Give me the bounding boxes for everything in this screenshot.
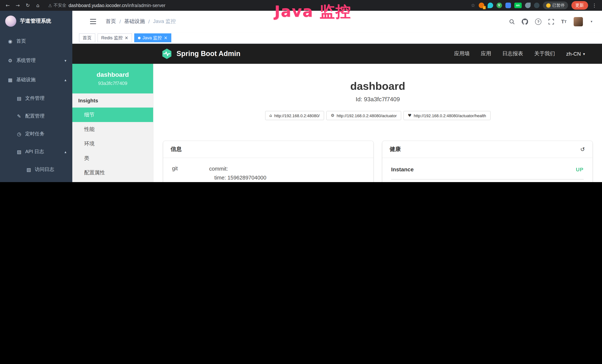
close-icon[interactable]: × [164,36,168,40]
extension-badge: 1 [483,6,485,9]
app-logo[interactable]: 芋道管理系统 [0,11,72,32]
breadcrumb-home[interactable]: 首页 [106,18,116,25]
browser-menu-icon[interactable]: ⋮ [591,3,598,8]
sba-menu-details[interactable]: 细节 [72,107,153,122]
health-url-button[interactable]: ♥ http://192.168.0.2:48080/actuator/heal… [403,111,491,120]
dashboard-icon: ◉ [7,38,13,44]
search-icon[interactable] [509,19,515,24]
sba-menu-environment[interactable]: 环境 [72,137,153,151]
close-icon[interactable]: × [125,36,128,40]
tab-home[interactable]: 首页 [79,33,95,42]
hamburger-icon[interactable] [90,19,96,24]
extension-check-icon[interactable]: V [496,3,502,8]
sidebar-item-error-log[interactable]: ▧ 错误日志 [0,178,72,182]
app-shell: 芋道管理系统 ◉ 首页 ⚙ 系统管理 ▾ ▦ 基础设施 ▴ ▤ 文件管理 ✎ [0,11,602,182]
sba-nav-about[interactable]: 关于我们 [534,50,555,57]
sba-menu-scheduled-tasks[interactable]: 计划任务 [72,180,153,182]
font-size-icon[interactable]: TT [561,19,567,24]
sidebar-item-file-management[interactable]: ▤ 文件管理 [0,89,72,107]
sba-nav-applications[interactable]: 应用 [481,50,491,57]
url-host: dashboard.yudao.iocoder.cn [69,3,127,8]
extension-on-icon[interactable]: on [514,3,522,8]
tab-java-monitor[interactable]: Java 监控 × [134,33,171,42]
app-logo-avatar [5,16,16,27]
extension-pin-icon[interactable] [487,3,493,8]
sidebar-item-api-log[interactable]: ▨ API 日志 ▴ [0,143,72,161]
heart-icon: ♥ [408,113,412,118]
url-path: /infra/admin-server [127,3,165,8]
wrench-icon: ⚙ [331,113,334,118]
sidebar-item-scheduled-tasks[interactable]: ◷ 定时任务 [0,125,72,143]
locale-label: zh-CN [566,51,581,57]
app-main: 首页 / 基础设施 / Java 监控 ? [72,11,602,182]
git-commit-line: commit: [209,165,365,173]
breadcrumb-separator: / [119,19,121,24]
extension-grid-icon[interactable] [505,3,511,8]
sidebar-item-access-log[interactable]: ▧ 访问日志 [0,161,72,178]
address-bar[interactable]: ⚠ 不安全 dashboard.yudao.iocoder.cn/infra/a… [48,3,468,8]
breadcrumb-current: Java 监控 [153,18,176,25]
sba-body: dashboard 93a3fc7f7409 Insights 细节 性能 环境… [72,64,602,182]
browser-update-button[interactable]: 更新 [571,1,588,10]
browser-back-icon[interactable]: ← [4,3,11,8]
sba-nav-journal[interactable]: 日志报表 [502,50,523,57]
sba-brand[interactable]: Spring Boot Admin [161,48,240,59]
browser-reload-icon[interactable]: ↻ [24,3,31,8]
sidebar-item-home[interactable]: ◉ 首页 [0,32,72,51]
breadcrumb: 首页 / 基础设施 / Java 监控 [106,18,176,25]
extension-fox-icon[interactable]: 1 [479,3,484,8]
sidebar-item-infrastructure[interactable]: ▦ 基础设施 ▴ [0,70,72,89]
history-icon[interactable]: ↺ [580,146,585,153]
bookmark-star-icon[interactable]: ☆ [471,3,475,8]
sba-sidebar: dashboard 93a3fc7f7409 Insights 细节 性能 环境… [72,64,153,182]
instance-block[interactable]: dashboard 93a3fc7f7409 [72,64,153,94]
config-icon: ✎ [16,113,22,119]
sidebar-item-label: 文件管理 [25,95,44,102]
sba-nav-wall[interactable]: 应用墙 [454,50,470,57]
health-instance-row[interactable]: Instance UP [391,166,584,180]
paused-label: 已暂停 [552,3,565,8]
sidebar-item-system-management[interactable]: ⚙ 系统管理 ▾ [0,51,72,70]
url-text[interactable]: dashboard.yudao.iocoder.cn/infra/admin-s… [69,3,166,8]
timer-icon: ◷ [16,131,22,137]
home-icon: ⌂ [269,113,272,118]
sba-menu-performance[interactable]: 性能 [72,122,153,137]
extension-dark-icon[interactable] [534,3,539,8]
instance-url-button[interactable]: ⌂ http://192.168.0.2:48080/ [265,111,324,120]
user-avatar[interactable] [574,17,583,26]
sba-locale-select[interactable]: zh-CN ▾ [566,51,585,57]
actuator-url-button[interactable]: ⚙ http://192.168.0.2:48080/actuator [326,111,401,120]
sba-menu-config-props[interactable]: 配置属性 [72,165,153,180]
info-card-title: 信息 [171,146,182,153]
health-instance-label: Instance [391,166,414,172]
avatar-caret-icon[interactable]: ▾ [591,20,592,23]
browser-home-icon[interactable]: ⌂ [34,3,41,8]
tab-label: 首页 [83,35,92,41]
help-icon[interactable]: ? [535,18,542,25]
tab-label: Java 监控 [142,35,162,41]
security-warning[interactable]: ⚠ 不安全 [48,3,66,8]
tab-label: Redis 监控 [101,35,123,41]
annotation-java-monitor: Java 监控 [274,1,351,22]
github-icon[interactable] [522,18,528,25]
fullscreen-icon[interactable] [548,19,554,24]
sidebar-item-label: 首页 [16,38,26,44]
instance-id-subtitle: Id: 93a3fc7f7409 [163,96,592,103]
sidebar-item-label: 系统管理 [16,57,36,64]
health-status-badge: UP [576,166,583,172]
tab-redis-monitor[interactable]: Redis 监控 × [97,33,132,42]
sidebar-item-config-management[interactable]: ✎ 配置管理 [0,107,72,125]
sidebar-item-label: 基础设施 [16,76,36,83]
browser-forward-icon[interactable]: → [14,3,21,8]
sidebar-item-label: 定时任务 [25,130,44,137]
info-git-row: git commit: time: 1596289704000 id: 27aa… [163,158,373,182]
sba-menu-classes[interactable]: 类 [72,151,153,165]
insights-group: Insights 细节 性能 环境 类 配置属性 计划任务 [72,94,153,182]
breadcrumb-infrastructure[interactable]: 基础设施 [124,18,145,25]
git-time-line: time: 1596289704000 [209,173,365,182]
file-icon: ▤ [16,96,22,101]
header-actions: ? TT ▾ [509,17,592,26]
paused-profile-chip[interactable]: 已暂停 [543,1,568,9]
extension-leaf-icon[interactable] [525,3,530,8]
warning-icon: ⚠ [48,3,52,8]
